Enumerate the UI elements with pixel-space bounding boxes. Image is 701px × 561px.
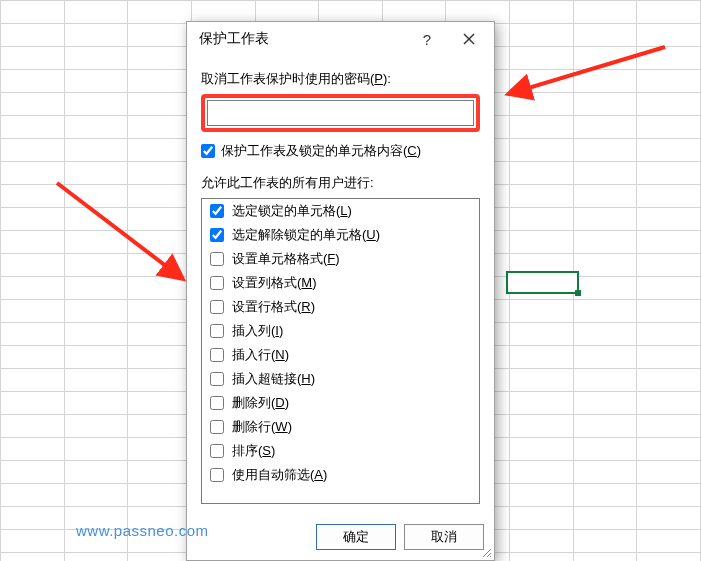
permission-checkbox[interactable] <box>210 396 224 410</box>
password-input[interactable] <box>207 100 474 126</box>
permission-option[interactable]: 选定解除锁定的单元格(U) <box>202 223 479 247</box>
permission-label: 选定锁定的单元格(L) <box>232 202 352 220</box>
permission-label: 插入行(N) <box>232 346 289 364</box>
allow-users-label: 允许此工作表的所有用户进行: <box>201 174 480 192</box>
ok-button[interactable]: 确定 <box>316 524 396 550</box>
dialog-title: 保护工作表 <box>199 30 406 48</box>
resize-grip-icon[interactable] <box>480 546 492 558</box>
permission-option[interactable]: 设置列格式(M) <box>202 271 479 295</box>
permission-checkbox[interactable] <box>210 324 224 338</box>
permission-checkbox[interactable] <box>210 420 224 434</box>
permission-label: 插入超链接(H) <box>232 370 315 388</box>
permission-label: 插入列(I) <box>232 322 283 340</box>
close-button[interactable] <box>448 24 490 54</box>
permission-option[interactable]: 插入行(N) <box>202 343 479 367</box>
permission-checkbox[interactable] <box>210 204 224 218</box>
permission-option[interactable]: 插入列(I) <box>202 319 479 343</box>
permission-checkbox[interactable] <box>210 468 224 482</box>
close-icon <box>463 33 475 45</box>
permission-label: 排序(S) <box>232 442 275 460</box>
permission-option[interactable]: 排序(S) <box>202 439 479 463</box>
permission-option[interactable]: 插入超链接(H) <box>202 367 479 391</box>
permission-checkbox[interactable] <box>210 252 224 266</box>
svg-line-4 <box>490 556 491 557</box>
permission-option[interactable]: 删除列(D) <box>202 391 479 415</box>
protect-structure-label: 保护工作表及锁定的单元格内容(C) <box>221 142 421 160</box>
protect-structure-checkbox[interactable] <box>201 144 215 158</box>
permission-label: 删除行(W) <box>232 418 292 436</box>
active-cell[interactable] <box>506 271 579 294</box>
permission-label: 设置行格式(R) <box>232 298 315 316</box>
permission-checkbox[interactable] <box>210 276 224 290</box>
permission-label: 选定解除锁定的单元格(U) <box>232 226 380 244</box>
permissions-listbox[interactable]: 选定锁定的单元格(L)选定解除锁定的单元格(U)设置单元格格式(F)设置列格式(… <box>201 198 480 504</box>
permission-checkbox[interactable] <box>210 348 224 362</box>
permission-label: 设置单元格格式(F) <box>232 250 340 268</box>
cancel-button[interactable]: 取消 <box>404 524 484 550</box>
help-button[interactable]: ? <box>406 24 448 54</box>
protect-sheet-dialog: 保护工作表 ? 取消工作表保护时使用的密码(P): 保护工作表及锁定的单元格内容… <box>186 21 495 561</box>
password-highlight <box>201 94 480 132</box>
svg-line-2 <box>483 549 491 557</box>
watermark: www.passneo.com <box>76 522 209 539</box>
permission-checkbox[interactable] <box>210 444 224 458</box>
permission-option[interactable]: 设置行格式(R) <box>202 295 479 319</box>
dialog-titlebar: 保护工作表 ? <box>187 22 494 56</box>
permission-option[interactable]: 设置单元格格式(F) <box>202 247 479 271</box>
protect-structure-row[interactable]: 保护工作表及锁定的单元格内容(C) <box>201 142 480 160</box>
permission-label: 删除列(D) <box>232 394 289 412</box>
permission-label: 设置列格式(M) <box>232 274 317 292</box>
permission-option[interactable]: 删除行(W) <box>202 415 479 439</box>
permission-checkbox[interactable] <box>210 300 224 314</box>
permission-label: 使用自动筛选(A) <box>232 466 327 484</box>
permission-option[interactable]: 使用自动筛选(A) <box>202 463 479 487</box>
permission-option[interactable]: 选定锁定的单元格(L) <box>202 199 479 223</box>
password-label: 取消工作表保护时使用的密码(P): <box>201 70 480 88</box>
permission-checkbox[interactable] <box>210 228 224 242</box>
dialog-footer: 确定 取消 <box>187 514 494 560</box>
permission-checkbox[interactable] <box>210 372 224 386</box>
